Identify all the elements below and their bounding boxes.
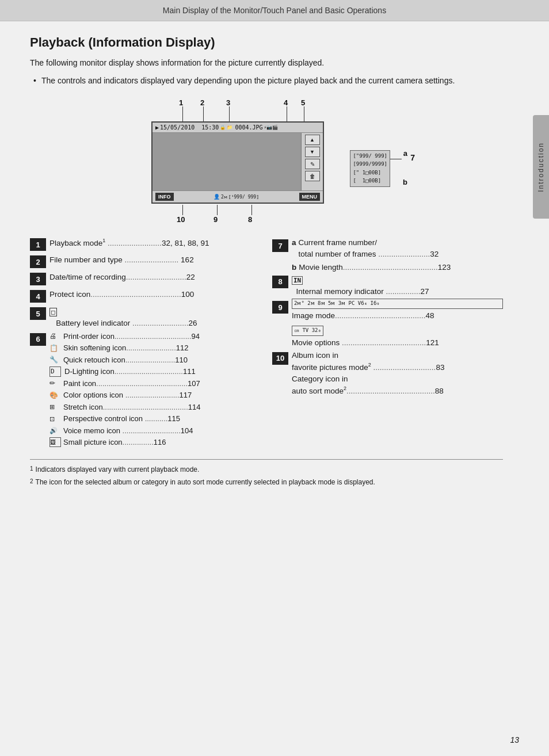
page-number: 13: [510, 735, 519, 744]
item-4-row: 4 Protect icon..........................…: [30, 289, 261, 305]
reference-table: 1 Playback mode1 .......................…: [30, 237, 503, 450]
quick-retouch-icon: 🔧: [49, 354, 61, 365]
item-4-text: Protect icon............................…: [49, 289, 261, 300]
item-8-num: 8: [272, 276, 288, 288]
image-size-icon: 2ᴍ: [221, 194, 227, 200]
filename-display: 0004.JPG: [235, 124, 262, 131]
item-6-sub-print: 🖨 Print-order icon......................…: [49, 331, 261, 342]
footnote-1-num: 1: [30, 464, 33, 475]
item-1-row: 1 Playback mode1 .......................…: [30, 237, 261, 253]
label-7: 7: [410, 153, 415, 162]
print-order-icon: 🖨: [49, 331, 61, 341]
item-6-sub-quick: 🔧 Quick retouch icon....................…: [49, 354, 261, 366]
item-6-sub-perspective: ⊡ Perspective control icon ...........11…: [49, 413, 261, 425]
movie-options-icons: ㎝ TV 32₀: [292, 326, 323, 336]
screen-photo-area: ▲ ▼ ✎ 🗑: [152, 133, 323, 190]
section-tab: Introduction: [533, 115, 549, 219]
item-6-sub-skin: 📋 Skin softening icon...................…: [49, 342, 261, 354]
playback-icon: ▶: [155, 124, 159, 131]
voice-memo-icon: 🔊: [49, 426, 61, 436]
file-icons: ⚡📷🎬: [264, 125, 279, 130]
item-7-row: 7 a Current frame number/total number of…: [272, 237, 503, 273]
up-button[interactable]: ▲: [305, 135, 320, 145]
item-3-num: 3: [30, 273, 46, 285]
perspective-icon: ⊡: [49, 414, 61, 424]
readout-line1: ["999/ 999]: [353, 152, 387, 160]
label-1: 1: [179, 98, 183, 107]
item-6-row: 6 🖨 Print-order icon....................…: [30, 331, 261, 449]
item-1-text: Playback mode1 .........................…: [49, 237, 261, 249]
footnote-1: 1 Indicators displayed vary with current…: [30, 464, 503, 475]
item-3-text: Date/time of recording..................…: [49, 272, 261, 283]
left-column: 1 Playback mode1 .......................…: [30, 237, 261, 450]
edit-icon: ✎: [305, 159, 320, 169]
footnote-2-num: 2: [30, 477, 33, 487]
page-header: Main Display of the Monitor/Touch Panel …: [0, 0, 549, 21]
item-9-text: 2ᴍ° 2ᴍ 8ᴍ 5ᴍ 3ᴍ PC V6₄ I6₉ Image mode...…: [292, 299, 503, 349]
section-title: Playback (Information Display): [30, 35, 503, 50]
item-2-num: 2: [30, 255, 46, 268]
control-strip: ▲ ▼ ✎ 🗑: [301, 133, 323, 190]
footnote-2: 2 The icon for the selected album or cat…: [30, 477, 503, 487]
label-2: 2: [200, 98, 204, 107]
down-button[interactable]: ▼: [305, 147, 320, 157]
small-picture-icon: 🖼: [49, 437, 61, 447]
info-button[interactable]: INFO: [155, 193, 174, 201]
movie-options-text: Movie options ..........................…: [292, 337, 503, 349]
item-7b-text: Movie length............................…: [299, 262, 451, 273]
item-3-row: 3 Date/time of recording................…: [30, 272, 261, 288]
diagram-section: 1 2 3 4 5 ▶: [123, 96, 410, 226]
folder-icon: 📁: [227, 125, 232, 130]
color-options-icon: 🎨: [49, 390, 61, 400]
screen-bottom-bar: INFO 👤 2ᴍ ⟦¹999/ 999⟧ MENU: [152, 190, 323, 203]
frame-count-display: ⟦¹999/ 999⟧: [228, 194, 259, 200]
item-10-row: 10 Album icon in favorite pictures mode2…: [272, 350, 503, 397]
image-mode-icons: 2ᴍ° 2ᴍ 8ᴍ 5ᴍ 3ᴍ PC V6₄ I6₉: [292, 299, 503, 309]
item-5-text: □ Battery level indicator ..............…: [49, 306, 261, 330]
label-5: 5: [301, 98, 305, 107]
bottom-icons: 👤 2ᴍ ⟦¹999/ 999⟧: [214, 194, 259, 200]
item-2-row: 2 File number and type .................…: [30, 254, 261, 270]
item-6-text: 🖨 Print-order icon......................…: [49, 331, 261, 449]
item-6-sub-dlighting: D D-Lighting icon.......................…: [49, 366, 261, 377]
item-7b-label: b: [292, 262, 296, 273]
item-7-text: a Current frame number/total number of f…: [292, 237, 503, 273]
item-7a-label: a: [292, 237, 296, 249]
item-6-sub-color: 🎨 Color options icon ...................…: [49, 390, 261, 401]
item-6-sub-stretch: ⊞ Stretch icon..........................…: [49, 402, 261, 413]
item-8-row: 8 IN Internal memory indicator .........…: [272, 274, 503, 298]
label-3: 3: [226, 98, 230, 107]
header-title: Main Display of the Monitor/Touch Panel …: [163, 6, 386, 15]
camera-screen: ▶ 15/05/2010 15:30 🔒 📁 0004.JPG ⚡📷🎬: [151, 121, 324, 204]
label-4: 4: [284, 98, 288, 107]
item-8-text: IN Internal memory indicator ...........…: [292, 274, 503, 298]
d-lighting-icon: D: [49, 366, 61, 377]
bullet-paragraph: The controls and indicators displayed va…: [30, 75, 503, 87]
footnotes-section: 1 Indicators displayed vary with current…: [30, 459, 503, 487]
person-icon: 👤: [214, 194, 220, 200]
section-tab-label: Introduction: [537, 142, 545, 192]
item-1-num: 1: [30, 238, 46, 251]
item-9-num: 9: [272, 301, 288, 314]
item-6-sub-small-pic: 🖼 Small picture icon...............116: [49, 437, 261, 448]
item-10-text: Album icon in favorite pictures mode2 ..…: [292, 350, 503, 397]
delete-icon: 🗑: [305, 171, 320, 181]
readout-line2: [9999/9999]: [353, 160, 387, 168]
item-5-row: 5 □ Battery level indicator ............…: [30, 306, 261, 330]
label-8: 8: [248, 215, 252, 224]
right-readout-panel: ["999/ 999] [9999/9999] [" 1□00B] [ 1□00…: [350, 150, 390, 187]
readout-line3: [" 1□00B]: [353, 169, 387, 177]
readout-line4: [ 1□00B]: [353, 177, 387, 185]
right-column: 7 a Current frame number/total number of…: [272, 237, 503, 450]
photo-area: [152, 133, 301, 190]
footnote-1-text: Indicators displayed vary with current p…: [36, 464, 200, 475]
menu-button[interactable]: MENU: [299, 193, 321, 201]
label-10: 10: [177, 215, 185, 224]
item-7a-text: Current frame number/total number of fra…: [299, 237, 439, 261]
item-2-text: File number and type ...................…: [49, 254, 261, 266]
internal-memory-symbol: IN: [292, 276, 303, 285]
item-6-sub-paint: ✏ Paint icon............................…: [49, 378, 261, 390]
label-9: 9: [214, 215, 218, 224]
item-6-num: 6: [30, 333, 46, 346]
item-10-num: 10: [272, 352, 288, 365]
